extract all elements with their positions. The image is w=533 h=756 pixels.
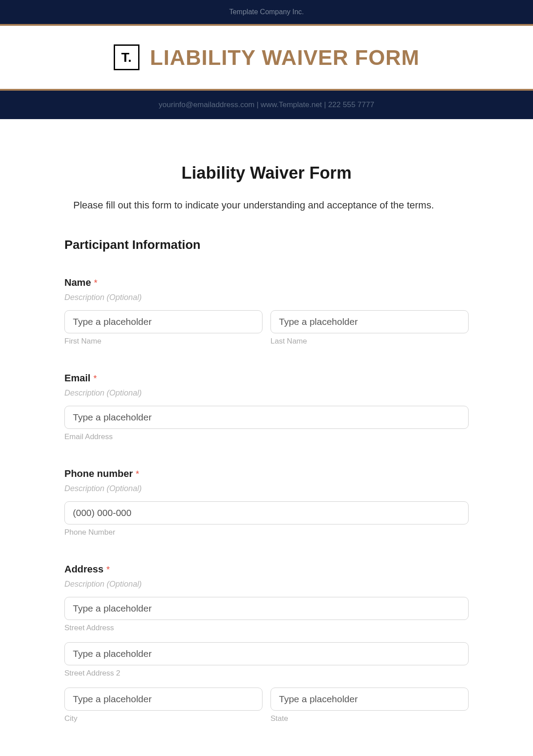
state-input[interactable] [270,688,469,711]
state-sublabel: State [270,714,469,723]
phone-sublabel: Phone Number [64,528,469,537]
street1-input[interactable] [64,597,469,620]
required-star-icon: * [94,278,97,288]
field-group-address: Address * Description (Optional) Street … [64,564,469,723]
header-title: LIABILITY WAIVER FORM [150,45,420,70]
form-container: Liability Waiver Form Please fill out th… [56,119,477,741]
address-description: Description (Optional) [64,580,469,589]
required-star-icon: * [135,469,139,479]
street2-sublabel: Street Address 2 [64,669,469,678]
street2-input[interactable] [64,642,469,665]
city-input[interactable] [64,688,263,711]
phone-input[interactable] [64,501,469,524]
last-name-sublabel: Last Name [270,337,469,346]
first-name-sublabel: First Name [64,337,263,346]
last-name-input[interactable] [270,310,469,333]
field-group-email: Email * Description (Optional) Email Add… [64,372,469,441]
address-label: Address [64,564,103,575]
contact-info: yourinfo@emailaddress.com | www.Template… [159,100,374,109]
logo-icon: T. [114,44,139,70]
email-sublabel: Email Address [64,432,469,441]
email-label: Email [64,372,91,384]
field-group-phone: Phone number * Description (Optional) Ph… [64,468,469,537]
email-input[interactable] [64,406,469,429]
name-label: Name [64,277,91,288]
required-star-icon: * [93,373,97,383]
section-heading-participant: Participant Information [64,238,469,252]
form-title: Liability Waiver Form [64,164,469,183]
name-description: Description (Optional) [64,293,469,302]
top-banner: Template Company Inc. [0,0,533,26]
company-name: Template Company Inc. [229,8,304,16]
form-intro: Please fill out this form to indicate yo… [64,200,469,211]
phone-description: Description (Optional) [64,484,469,493]
street1-sublabel: Street Address [64,624,469,632]
phone-label: Phone number [64,468,133,479]
first-name-input[interactable] [64,310,263,333]
email-description: Description (Optional) [64,388,469,398]
city-sublabel: City [64,714,263,723]
header-title-section: T. LIABILITY WAIVER FORM [0,26,533,89]
field-group-name: Name * Description (Optional) First Name… [64,277,469,346]
contact-banner: yourinfo@emailaddress.com | www.Template… [0,89,533,119]
required-star-icon: * [107,564,110,574]
